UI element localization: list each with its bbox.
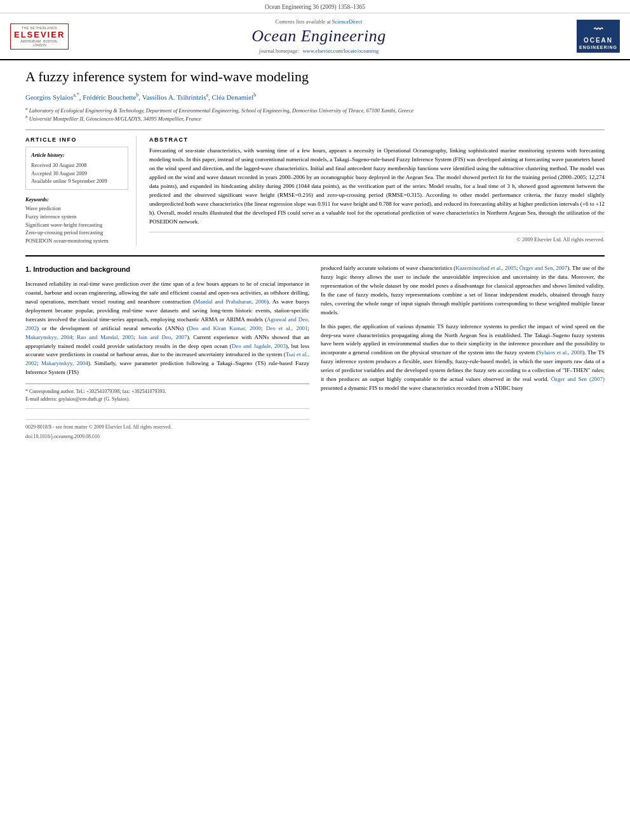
ref-kazem[interactable]: Kazeminezhad et al., 2005 bbox=[455, 265, 516, 271]
ocean-engineering-logo: 〰 OCEAN ENGINEERING bbox=[577, 20, 620, 53]
ref-deo-kiran[interactable]: Deo and Kiran Kumar, 2000 bbox=[189, 325, 261, 331]
article-info-sidebar: ARTICLE INFO Article history: Received 3… bbox=[25, 137, 137, 245]
section1-heading: 1. Introduction and background bbox=[25, 264, 309, 275]
divider bbox=[25, 408, 309, 409]
column-right: produced fairly accurate solutions of wa… bbox=[321, 264, 605, 441]
homepage-prefix: journal homepage: bbox=[259, 48, 300, 54]
author-bouchette: Frédéric Bouchette bbox=[83, 93, 136, 100]
keyword-3: Significant wave-height forecasting bbox=[25, 221, 128, 229]
keyword-4: Zero-up-crossing period forecasting bbox=[25, 229, 128, 237]
sciencedirect-link[interactable]: ScienceDirect bbox=[332, 18, 363, 25]
journal-title: Ocean Engineering bbox=[61, 27, 577, 46]
issn-text: 0029-8018/$ - see front matter © 2009 El… bbox=[25, 423, 171, 431]
received-date: Received 30 August 2008 bbox=[31, 161, 123, 170]
author-tsihrintzis: Vassilios A. Tsihrintzis bbox=[142, 93, 206, 100]
journal-reference: Ocean Engineering 36 (2009) 1358–1365 bbox=[0, 0, 630, 13]
two-column-body: 1. Introduction and background Increased… bbox=[25, 255, 605, 441]
article-title: A fuzzy inference system for wind-wave m… bbox=[25, 68, 605, 86]
intro-para-2-right: In this paper, the application of variou… bbox=[321, 323, 605, 394]
journal-homepage: journal homepage: www.elsevier.com/locat… bbox=[61, 48, 577, 54]
keywords-section: Keywords: Wave prediction Fuzzy inferenc… bbox=[25, 196, 128, 245]
abstract-heading: ABSTRACT bbox=[149, 137, 605, 143]
intro-para-1-right: produced fairly accurate solutions of wa… bbox=[321, 264, 605, 317]
journal-ref-text: Ocean Engineering 36 (2009) 1358–1365 bbox=[265, 4, 365, 10]
article-history-box: Article history: Received 30 August 2008… bbox=[25, 147, 128, 190]
ref-rao[interactable]: Rao and Mandal, 2005 bbox=[77, 334, 133, 340]
intro-para-1: Increased reliability in real-time wave … bbox=[25, 280, 309, 377]
keywords-label: Keywords: bbox=[25, 196, 128, 203]
footnote-corresponding: * Corresponding author. Tel.: +302541079… bbox=[25, 388, 309, 396]
ref-ozger2[interactable]: Özger and Sen (2007) bbox=[551, 376, 605, 382]
homepage-link[interactable]: www.elsevier.com/locate/oceaneng bbox=[302, 48, 379, 54]
sciencedirect-prefix: Contents lists available at bbox=[276, 18, 331, 25]
ref-makarynskyy2[interactable]: Makarynskyy, 2004 bbox=[41, 360, 88, 366]
keyword-2: Fuzzy inference system bbox=[25, 213, 128, 221]
affiliation-b: b Université Montpellier II, Géosciences… bbox=[25, 114, 605, 123]
accepted-date: Accepted 30 August 2009 bbox=[31, 170, 123, 178]
wave-icon: 〰 bbox=[578, 23, 619, 35]
article-info-heading: ARTICLE INFO bbox=[25, 137, 128, 143]
keyword-1: Wave prediction bbox=[25, 204, 128, 213]
ref-sylaios[interactable]: Sylaios et al., 2008 bbox=[539, 349, 583, 356]
journal-title-block: Contents lists available at ScienceDirec… bbox=[61, 18, 577, 54]
elsevier-logo: THE NETHERLANDS ELSEVIER AMSTERDAM · BOS… bbox=[10, 23, 61, 50]
footnote-area: * Corresponding author. Tel.: +302541079… bbox=[25, 383, 309, 403]
column-left: 1. Introduction and background Increased… bbox=[25, 264, 309, 441]
doi-text: doi:10.1016/j.oceaneng.2009.08.016 bbox=[25, 433, 309, 441]
author-denamiel: Cléa Denamiel bbox=[212, 93, 254, 100]
ref-mandal[interactable]: Mandal and Prabaharan, 2006 bbox=[195, 298, 267, 305]
author-sylaios: Georgios Sylaios bbox=[25, 93, 73, 100]
article-info-abstract: ARTICLE INFO Article history: Received 3… bbox=[25, 130, 605, 245]
ref-deo-2001[interactable]: Deo et al., 2001 bbox=[266, 325, 308, 331]
affiliations-block: a Laboratory of Ecological Engineering &… bbox=[25, 106, 605, 123]
sciencedirect-line: Contents lists available at ScienceDirec… bbox=[61, 18, 577, 25]
ref-jain[interactable]: Jain and Deo, 2007 bbox=[138, 334, 187, 340]
affiliation-a: a Laboratory of Ecological Engineering &… bbox=[25, 106, 605, 115]
copyright-line: © 2009 Elsevier Ltd. All rights reserved… bbox=[149, 232, 605, 243]
ref-makarynskyy[interactable]: Makarynskyy, 2004 bbox=[25, 334, 72, 340]
abstract-section: ABSTRACT Forecasting of sea-state charac… bbox=[149, 137, 605, 245]
footnote-email: E-mail address: gsylaios@env.duth.gr (G.… bbox=[25, 396, 309, 403]
abstract-text: Forecasting of sea-state characteristics… bbox=[149, 147, 605, 226]
authors-line: Georgios Sylaiosa,*, Frédéric Bouchetteb… bbox=[25, 91, 605, 102]
bottom-bar: 0029-8018/$ - see front matter © 2009 El… bbox=[25, 419, 309, 431]
history-label: Article history: bbox=[31, 151, 123, 159]
ref-deo-jagdale[interactable]: Deo and Jagdale, 2003 bbox=[232, 343, 286, 349]
journal-header: THE NETHERLANDS ELSEVIER AMSTERDAM · BOS… bbox=[0, 13, 630, 60]
keyword-5: POSEIDON ocean-monitoring system bbox=[25, 237, 128, 245]
main-content: A fuzzy inference system for wind-wave m… bbox=[0, 60, 630, 453]
ref-ozger[interactable]: Özger and Sen, 2007 bbox=[519, 265, 568, 271]
available-date: Available online 9 September 2009 bbox=[31, 177, 123, 185]
